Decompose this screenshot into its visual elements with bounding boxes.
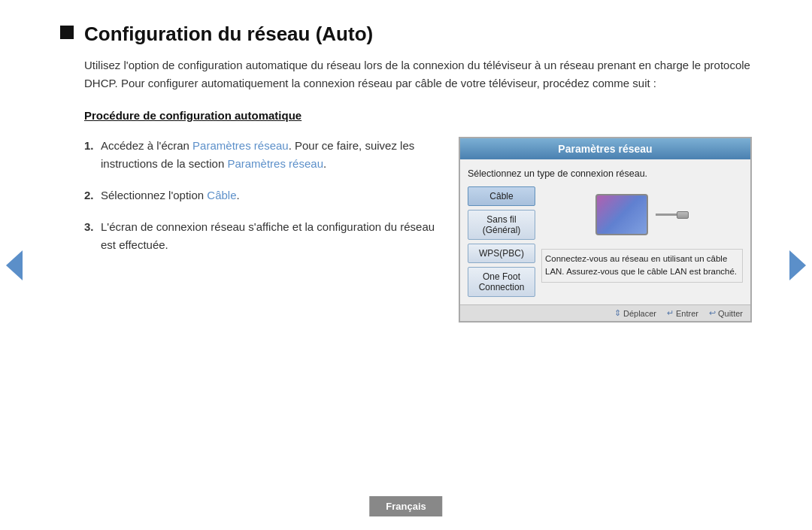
- language-bar: Français: [369, 496, 442, 516]
- intro-paragraph: Utilisez l'option de configuration autom…: [60, 56, 752, 92]
- step-3-text: L'écran de connexion réseau s'affiche et…: [101, 218, 436, 254]
- step-1-num: 1.: [84, 137, 101, 155]
- step-2-link1[interactable]: Câble: [207, 189, 236, 201]
- steps-area: 1. Accédez à l'écran Paramètres réseau. …: [60, 137, 752, 323]
- dialog-btn-onefoot[interactable]: One FootConnection: [468, 267, 535, 297]
- page-content: Configuration du réseau (Auto) Utilisez …: [0, 0, 812, 338]
- page-title: Configuration du réseau (Auto): [84, 23, 373, 46]
- footer-move: ⇕ Déplacer: [614, 308, 656, 318]
- dialog-btn-wifi[interactable]: Sans fil(Général): [468, 210, 535, 240]
- dialog-subtitle: Sélectionnez un type de connexion réseau…: [468, 167, 743, 180]
- dialog-title: Paramètres réseau: [460, 138, 750, 159]
- footer-enter-label: Entrer: [676, 309, 698, 318]
- step-2-num: 2.: [84, 186, 101, 204]
- move-icon: ⇕: [614, 308, 621, 318]
- dialog-info-text: Connectez-vous au réseau en utilisant un…: [541, 249, 743, 283]
- dialog-main: Câble Sans fil(Général) WPS(PBC) One Foo…: [468, 186, 743, 304]
- steps-list: 1. Accédez à l'écran Paramètres réseau. …: [84, 137, 436, 268]
- dialog-buttons: Câble Sans fil(Général) WPS(PBC) One Foo…: [468, 186, 535, 297]
- footer-quit: ↩ Quitter: [709, 308, 743, 318]
- section-title-icon: [60, 26, 74, 39]
- step-1: 1. Accédez à l'écran Paramètres réseau. …: [84, 137, 436, 173]
- dialog-btn-cable[interactable]: Câble: [468, 186, 535, 206]
- step-1-link1[interactable]: Paramètres réseau: [192, 139, 289, 152]
- cable-plug: [677, 211, 689, 219]
- step-3-num: 3.: [84, 218, 101, 236]
- tv-screen-icon: [595, 194, 648, 235]
- dialog-footer: ⇕ Déplacer ↵ Entrer ↩ Quitter: [460, 304, 750, 321]
- footer-enter: ↵ Entrer: [667, 308, 698, 318]
- network-dialog: Paramètres réseau Sélectionnez un type d…: [459, 137, 752, 323]
- footer-move-label: Déplacer: [623, 309, 656, 318]
- nav-arrow-left[interactable]: [6, 250, 23, 280]
- sub-heading: Procédure de configuration automatique: [60, 109, 752, 122]
- step-2: 2. Sélectionnez l'option Câble.: [84, 186, 436, 204]
- dialog-body: Sélectionnez un type de connexion réseau…: [460, 159, 750, 304]
- language-button[interactable]: Français: [369, 496, 442, 516]
- footer-quit-label: Quitter: [718, 309, 743, 318]
- step-1-text: Accédez à l'écran Paramètres réseau. Pou…: [101, 137, 436, 173]
- dialog-right: Connectez-vous au réseau en utilisant un…: [541, 186, 743, 297]
- step-3: 3. L'écran de connexion réseau s'affiche…: [84, 218, 436, 254]
- enter-icon: ↵: [667, 308, 674, 318]
- quit-icon: ↩: [709, 308, 716, 318]
- cable-connector-icon: [656, 211, 689, 219]
- nav-arrow-right[interactable]: [789, 250, 806, 280]
- section-title: Configuration du réseau (Auto): [60, 23, 752, 46]
- cable-image: [597, 186, 687, 243]
- dialog-btn-wps[interactable]: WPS(PBC): [468, 244, 535, 263]
- cable-line: [656, 214, 677, 216]
- step-1-link2[interactable]: Paramètres réseau: [227, 157, 323, 170]
- step-2-text: Sélectionnez l'option Câble.: [101, 186, 436, 204]
